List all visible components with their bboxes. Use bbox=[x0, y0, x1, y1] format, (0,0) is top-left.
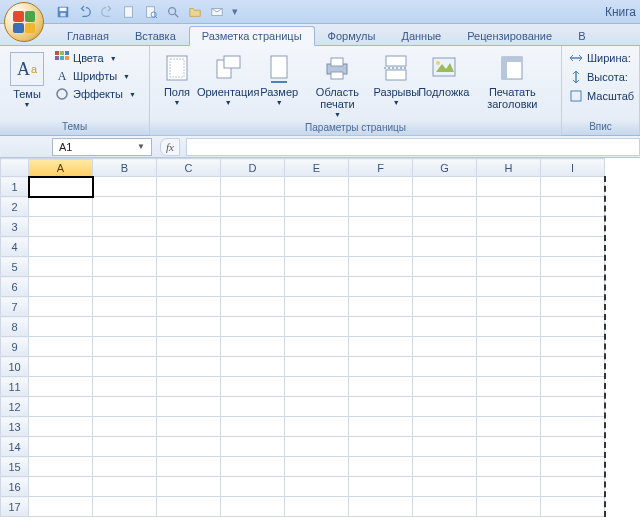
column-header[interactable]: C bbox=[157, 159, 221, 177]
name-box[interactable]: A1 ▼ bbox=[52, 138, 152, 156]
colors-button[interactable]: Цвета▼ bbox=[52, 50, 139, 66]
cell[interactable] bbox=[413, 257, 477, 277]
cell[interactable] bbox=[349, 177, 413, 197]
cell[interactable] bbox=[93, 217, 157, 237]
cell[interactable] bbox=[157, 257, 221, 277]
cell[interactable] bbox=[157, 397, 221, 417]
cell[interactable] bbox=[541, 297, 605, 317]
cell[interactable] bbox=[93, 317, 157, 337]
cell[interactable] bbox=[349, 317, 413, 337]
cell[interactable] bbox=[29, 417, 93, 437]
cell[interactable] bbox=[221, 417, 285, 437]
cell[interactable] bbox=[221, 257, 285, 277]
tab-home[interactable]: Главная bbox=[54, 26, 122, 45]
cell[interactable] bbox=[349, 297, 413, 317]
cell[interactable] bbox=[29, 337, 93, 357]
row-header[interactable]: 9 bbox=[1, 337, 29, 357]
save-icon[interactable] bbox=[54, 3, 72, 21]
cell[interactable] bbox=[157, 277, 221, 297]
cell[interactable] bbox=[157, 497, 221, 517]
cell[interactable] bbox=[349, 257, 413, 277]
row-header[interactable]: 14 bbox=[1, 437, 29, 457]
cell[interactable] bbox=[157, 417, 221, 437]
cell[interactable] bbox=[29, 437, 93, 457]
cell[interactable] bbox=[221, 237, 285, 257]
cell[interactable] bbox=[93, 197, 157, 217]
cell[interactable] bbox=[29, 177, 93, 197]
cell[interactable] bbox=[29, 257, 93, 277]
row-header[interactable]: 16 bbox=[1, 477, 29, 497]
cell[interactable] bbox=[413, 277, 477, 297]
cell[interactable] bbox=[413, 337, 477, 357]
cell[interactable] bbox=[157, 357, 221, 377]
mail-icon[interactable] bbox=[208, 3, 226, 21]
cell[interactable] bbox=[93, 457, 157, 477]
cell[interactable] bbox=[29, 457, 93, 477]
cell[interactable] bbox=[413, 377, 477, 397]
cell[interactable] bbox=[285, 277, 349, 297]
cell[interactable] bbox=[413, 177, 477, 197]
cell[interactable] bbox=[221, 497, 285, 517]
column-header[interactable]: D bbox=[221, 159, 285, 177]
cell[interactable] bbox=[29, 357, 93, 377]
cell[interactable] bbox=[541, 417, 605, 437]
dropdown-icon[interactable]: ▼ bbox=[137, 142, 145, 151]
cell[interactable] bbox=[285, 397, 349, 417]
cell[interactable] bbox=[541, 217, 605, 237]
row-header[interactable]: 7 bbox=[1, 297, 29, 317]
cell[interactable] bbox=[285, 477, 349, 497]
cell[interactable] bbox=[477, 177, 541, 197]
cell[interactable] bbox=[541, 337, 605, 357]
cell[interactable] bbox=[157, 477, 221, 497]
cell[interactable] bbox=[157, 337, 221, 357]
cell[interactable] bbox=[349, 197, 413, 217]
cell[interactable] bbox=[285, 377, 349, 397]
orientation-button[interactable]: Ориентация ▼ bbox=[200, 50, 256, 108]
cell[interactable] bbox=[221, 317, 285, 337]
column-header[interactable]: E bbox=[285, 159, 349, 177]
cell[interactable] bbox=[477, 377, 541, 397]
formula-input[interactable] bbox=[186, 138, 640, 156]
cell[interactable] bbox=[221, 277, 285, 297]
cell[interactable] bbox=[93, 237, 157, 257]
cell[interactable] bbox=[93, 437, 157, 457]
cell[interactable] bbox=[413, 317, 477, 337]
height-row[interactable]: Высота: bbox=[566, 69, 637, 85]
cell[interactable] bbox=[157, 457, 221, 477]
row-header[interactable]: 3 bbox=[1, 217, 29, 237]
cell[interactable] bbox=[413, 217, 477, 237]
cell[interactable] bbox=[29, 277, 93, 297]
cell[interactable] bbox=[477, 257, 541, 277]
cell[interactable] bbox=[157, 237, 221, 257]
cell[interactable] bbox=[157, 297, 221, 317]
row-header[interactable]: 12 bbox=[1, 397, 29, 417]
cell[interactable] bbox=[349, 377, 413, 397]
themes-button[interactable]: Aa Темы ▼ bbox=[6, 50, 48, 110]
cell[interactable] bbox=[541, 197, 605, 217]
row-header[interactable]: 1 bbox=[1, 177, 29, 197]
cell[interactable] bbox=[541, 257, 605, 277]
cell[interactable] bbox=[413, 197, 477, 217]
cell[interactable] bbox=[541, 377, 605, 397]
cell[interactable] bbox=[413, 457, 477, 477]
cell[interactable] bbox=[221, 377, 285, 397]
row-header[interactable]: 8 bbox=[1, 317, 29, 337]
cell[interactable] bbox=[93, 357, 157, 377]
fonts-button[interactable]: A Шрифты▼ bbox=[52, 68, 139, 84]
redo-icon[interactable] bbox=[98, 3, 116, 21]
cell[interactable] bbox=[413, 357, 477, 377]
cell[interactable] bbox=[541, 177, 605, 197]
fx-icon[interactable]: fx bbox=[160, 138, 180, 156]
cell[interactable] bbox=[541, 317, 605, 337]
cell[interactable] bbox=[93, 277, 157, 297]
cell[interactable] bbox=[349, 277, 413, 297]
cell[interactable] bbox=[477, 357, 541, 377]
cell[interactable] bbox=[413, 437, 477, 457]
cell[interactable] bbox=[93, 377, 157, 397]
cell[interactable] bbox=[221, 177, 285, 197]
cell[interactable] bbox=[477, 477, 541, 497]
cell[interactable] bbox=[541, 437, 605, 457]
cell[interactable] bbox=[541, 357, 605, 377]
cell[interactable] bbox=[477, 277, 541, 297]
select-all-corner[interactable] bbox=[1, 159, 29, 177]
